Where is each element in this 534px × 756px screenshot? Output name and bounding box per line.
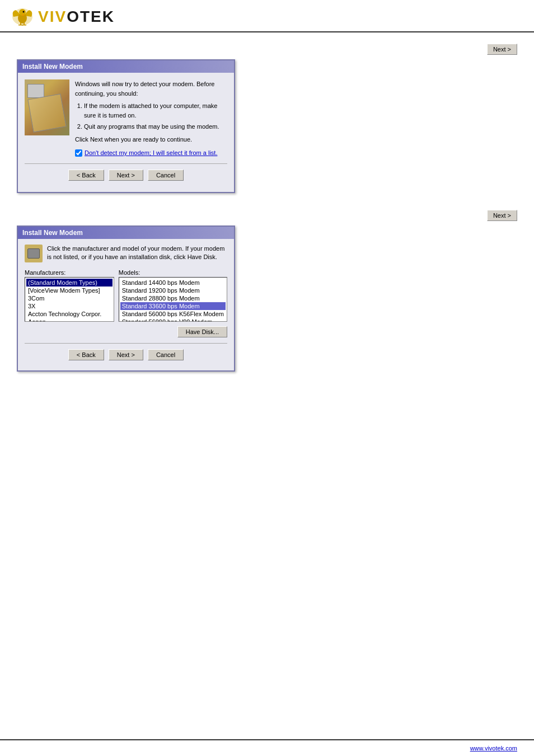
dialog1-text: Windows will now try to detect your mode… — [75, 79, 227, 158]
dialog1-body: Windows will now try to detect your mode… — [18, 73, 234, 192]
svg-point-3 — [23, 11, 25, 13]
models-listbox[interactable]: Standard 14400 bps Modem Standard 19200 … — [119, 277, 227, 322]
dialog1-title: Install New Modem — [22, 63, 83, 71]
dialog2-buttons: < Back Next > Cancel — [25, 343, 227, 365]
dialog2-body: Click the manufacturer and model of your… — [18, 239, 234, 370]
section1-header: Next > — [17, 44, 517, 55]
svg-rect-7 — [22, 25, 26, 26]
dialog1-top: Windows will now try to detect your mode… — [25, 79, 227, 158]
dialog1-back-button[interactable]: < Back — [68, 170, 104, 181]
model-item-0[interactable]: Standard 14400 bps Modem — [120, 279, 226, 287]
modem-image — [27, 93, 67, 133]
manufacturers-listbox[interactable]: (Standard Modem Types) [VoiceView Modem … — [25, 277, 114, 322]
modem-icon — [25, 245, 43, 262]
model-item-3[interactable]: Standard 33600 bps Modem — [120, 302, 226, 310]
dialog1-intro: Windows will now try to detect your mode… — [75, 79, 227, 98]
manufacturers-label: Manufacturers: — [25, 269, 114, 276]
manufacturers-col: Manufacturers: (Standard Modem Types) [V… — [25, 269, 114, 322]
models-col: Models: Standard 14400 bps Modem Standar… — [119, 269, 227, 322]
model-item-2[interactable]: Standard 28800 bps Modem — [120, 294, 226, 302]
lists-row: Manufacturers: (Standard Modem Types) [V… — [25, 269, 227, 322]
install-modem-dialog-2: Install New Modem Click the manufacturer… — [17, 226, 235, 372]
logo: VIVOTEK — [9, 6, 115, 28]
dialog1-steps: If the modem is attached to your compute… — [84, 101, 227, 132]
section1-next-button[interactable]: Next > — [487, 44, 517, 55]
section-1: Next > Install New Modem Windows will no… — [17, 44, 517, 193]
models-label: Models: — [119, 269, 227, 276]
model-item-1[interactable]: Standard 19200 bps Modem — [120, 287, 226, 294]
dialog1-cancel-button[interactable]: Cancel — [148, 170, 184, 181]
dialog2-title: Install New Modem — [22, 229, 83, 237]
manufacturer-item-1[interactable]: [VoiceView Modem Types] — [26, 287, 113, 294]
pc-icon — [27, 84, 44, 98]
dialog1-next-button[interactable]: Next > — [109, 170, 143, 181]
page-footer: www.vivotek.com — [0, 739, 534, 756]
dialog1-checkbox-row: Don't detect my modem; I will select it … — [75, 148, 227, 158]
logo-viv-text: VIV — [38, 8, 67, 25]
logo-text: VIVOTEK — [38, 8, 115, 26]
dialog2-instruction-text: Click the manufacturer and model of your… — [47, 245, 227, 262]
dialog2-back-button[interactable]: < Back — [68, 349, 104, 360]
page-header: VIVOTEK — [0, 0, 534, 32]
dialog1-step1: If the modem is attached to your compute… — [84, 101, 227, 120]
dont-detect-label: Don't detect my modem; I will select it … — [85, 148, 217, 158]
modem-shape — [27, 248, 40, 259]
dialog1-buttons: < Back Next > Cancel — [25, 163, 227, 185]
dialog2-next-button[interactable]: Next > — [109, 349, 143, 360]
have-disk-row: Have Disk... — [25, 326, 227, 337]
manufacturer-item-2[interactable]: 3Com — [26, 294, 113, 302]
dialog2-cancel-button[interactable]: Cancel — [148, 349, 184, 360]
section2-next-button[interactable]: Next > — [487, 210, 517, 221]
have-disk-button[interactable]: Have Disk... — [177, 326, 227, 337]
manufacturer-item-3[interactable]: 3X — [26, 302, 113, 310]
main-content: Next > Install New Modem Windows will no… — [0, 32, 534, 400]
footer-link[interactable]: www.vivotek.com — [470, 745, 517, 752]
dialog2-titlebar: Install New Modem — [18, 227, 234, 239]
manufacturer-item-4[interactable]: Accton Technology Corpor. — [26, 310, 113, 318]
manufacturer-item-0[interactable]: (Standard Modem Types) — [26, 279, 113, 287]
model-item-4[interactable]: Standard 56000 bps K56Flex Modem — [120, 310, 226, 318]
dialog1-step2: Quit any programs that may be using the … — [84, 122, 227, 132]
dialog1-image — [25, 79, 69, 135]
dialog1-titlebar: Install New Modem — [18, 60, 234, 73]
section2-header: Next > — [17, 210, 517, 221]
dialog2-instruction-row: Click the manufacturer and model of your… — [25, 245, 227, 262]
section-2: Next > Install New Modem Click the manuf… — [17, 210, 517, 372]
manufacturer-item-5[interactable]: Aopen — [26, 318, 113, 322]
dont-detect-checkbox[interactable] — [75, 149, 82, 157]
model-item-5[interactable]: Standard 56000 bps V90 Modem — [120, 318, 226, 322]
logo-otek-text: OTEK — [67, 8, 115, 25]
dialog1-click-text: Click Next when you are ready to continu… — [75, 135, 227, 144]
install-modem-dialog-1: Install New Modem Windows will now try t… — [17, 59, 235, 193]
logo-bird-icon — [9, 6, 36, 28]
